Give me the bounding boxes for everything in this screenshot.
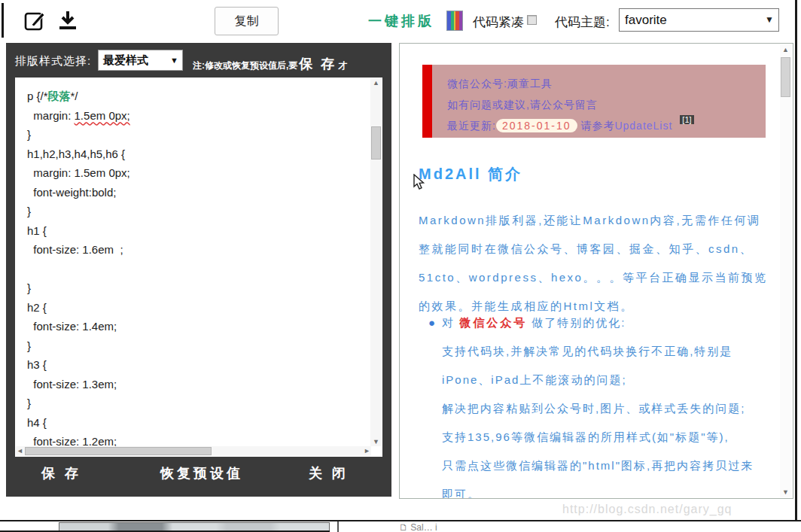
update-date-badge: 2018-01-10 (496, 119, 577, 132)
code-theme-value: favorite (625, 13, 667, 27)
scroll-up-icon[interactable]: ▲ (373, 79, 379, 87)
footnote-badge: [1] (680, 115, 693, 124)
restore-defaults-button[interactable]: 恢复预设值 (160, 464, 243, 482)
toolbar: 复制 一键排版 代码紧凑 代码主题: favorite ▼ (0, 0, 801, 42)
style-selector-select[interactable]: 最爱样式 ▼ (98, 50, 183, 71)
scroll-down-icon[interactable]: ▼ (373, 438, 379, 445)
edit-icon[interactable] (24, 10, 47, 35)
bullet-dot: ● (428, 309, 437, 337)
preview-vertical-scrollbar[interactable]: ▲ ▼ (780, 44, 791, 497)
chevron-down-icon: ▼ (170, 50, 178, 70)
scroll-right-icon[interactable]: ► (364, 447, 370, 454)
close-button[interactable]: 关 闭 (309, 464, 349, 482)
preview-bullet-item: ● 对 微信公众号 做了特别的优化: 支持代码块,并解决常见的代码块换行不正确,… (442, 309, 773, 499)
style-editor-panel: 排版样式选择: 最爱样式 ▼ 注:修改或恢复预设值后,要保 存才 p {/*段落… (6, 43, 391, 497)
document-icon: 🗋 (399, 522, 408, 532)
code-theme-label: 代码主题: (555, 14, 610, 31)
preview-heading: Md2All 简介 (419, 164, 522, 184)
editor-hscroll-thumb[interactable] (25, 447, 212, 455)
blockquote-line3: 最近更新:2018-01-10 请参考UpdateList[1] (447, 115, 757, 137)
mouse-cursor (413, 174, 425, 193)
style-panel-actions: 保 存 恢复预设值 关 闭 (6, 464, 391, 497)
code-compact-checkbox[interactable] (527, 15, 537, 25)
download-icon[interactable] (57, 10, 78, 35)
blockquote-line2: 如有问题或建议,请公众号留言 (447, 94, 757, 115)
style-panel-note: 注:修改或恢复预设值后,要保 存才 (193, 55, 347, 73)
scroll-left-icon[interactable]: ◄ (17, 447, 23, 454)
style-selector-label: 排版样式选择: (15, 54, 91, 68)
preview-blockquote: 微信公众号:顽童工具 如有问题或建议,请公众号留言 最近更新:2018-01-1… (422, 65, 766, 138)
preview-intro-paragraph: Markdown排版利器,还能让Markdown内容,无需作任何调整就能同时在微… (419, 206, 771, 321)
scroll-down-icon[interactable]: ▼ (782, 488, 789, 496)
editor-vertical-scrollbar[interactable]: ▲ ▼ (370, 78, 382, 446)
one-click-typeset-button[interactable]: 一键排版 (368, 12, 434, 30)
csdn-watermark: http://blog.csdn.net/gary_gq (562, 503, 732, 516)
taskbar-separator (337, 521, 339, 532)
preview-panel: 微信公众号:顽童工具 如有问题或建议,请公众号留言 最近更新:2018-01-1… (399, 43, 793, 499)
bullet-lines: 支持代码块,并解决常见的代码块换行不正确,特别是iPone、iPad上不能滚动的… (442, 337, 773, 499)
editor-horizontal-scrollbar[interactable]: ◄ ► (16, 446, 371, 456)
color-theme-icon[interactable] (446, 11, 463, 31)
css-code: p {/*段落*/ margin: 1.5em 0px;}h1,h2,h3,h4… (27, 87, 381, 451)
chevron-down-icon: ▼ (765, 9, 774, 31)
blockquote-line1: 微信公众号:顽童工具 (447, 73, 757, 94)
copy-button[interactable]: 复制 (215, 7, 279, 35)
update-log-link[interactable]: UpdateList (614, 120, 672, 132)
window-bottom-edge (0, 520, 801, 521)
bullet-headline: 对 微信公众号 做了特别的优化: (442, 309, 773, 337)
preview-vscroll-thumb[interactable] (781, 57, 790, 97)
css-code-editor[interactable]: p {/*段落*/ margin: 1.5em 0px;}h1,h2,h3,h4… (15, 78, 382, 457)
code-theme-select[interactable]: favorite ▼ (619, 8, 779, 32)
code-compact-label: 代码紧凑 (473, 14, 524, 31)
style-selector-value: 最爱样式 (103, 53, 148, 66)
note-save-emphasis: 保 存 (297, 56, 338, 71)
window-edge-mark (2, 3, 4, 38)
save-button[interactable]: 保 存 (41, 464, 81, 482)
scroll-up-icon[interactable]: ▲ (782, 46, 789, 53)
editor-vscroll-thumb[interactable] (371, 126, 381, 160)
taskbar-doc-label: 🗋 Sal… i (399, 522, 437, 532)
wechat-highlight: 微信公众号 (459, 316, 527, 329)
window-right-edge (795, 0, 797, 520)
